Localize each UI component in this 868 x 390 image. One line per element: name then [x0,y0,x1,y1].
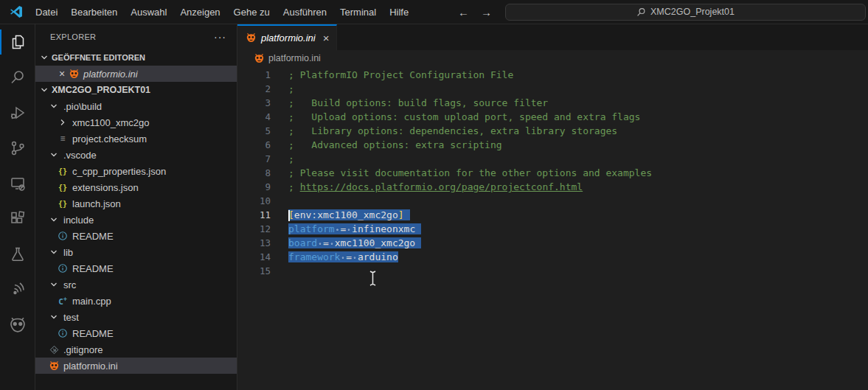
vscode-window: DateiBearbeitenAuswahlAnzeigenGehe zuAus… [0,0,868,390]
vscode-logo-icon [10,5,23,18]
code-line-8[interactable]: 8; Please visit documentation for the ot… [237,166,868,180]
line-content: ; Advanced options: extra scripting [288,138,502,152]
close-icon[interactable]: × [56,68,68,80]
tree-item-label: c_cpp_properties.json [72,166,166,177]
code-line-12[interactable]: 12platform = infineonxmc [237,222,868,236]
tree-item-readme[interactable]: README [35,325,237,341]
code-line-4[interactable]: 4; Upload options: custom upload port, s… [237,110,868,124]
tree-item-c-cpp-properties-json[interactable]: {}c_cpp_properties.json [35,163,237,179]
tab-close-icon[interactable]: × [323,32,330,44]
code-line-15[interactable]: 15 [237,264,868,278]
explorer-title: EXPLORER [50,32,96,41]
nav-forward-button[interactable]: → [475,6,498,18]
tab-label: platformio.ini [261,32,316,43]
tab-platformio-ini[interactable]: platformio.ini × [237,24,337,50]
tree-item-launch-json[interactable]: {}launch.json [35,195,237,212]
line-content: ; Please visit documentation for the oth… [288,166,652,180]
tree-item-project-checksum[interactable]: ≡project.checksum [35,130,237,147]
breadcrumb-file: platformio.ini [268,53,321,63]
espressif-icon [9,281,27,299]
tree-item-pio-build[interactable]: .pio\build [35,98,237,114]
tree-item-extensions-json[interactable]: {}extensions.json [35,179,237,195]
tree-item-gitignore[interactable]: .gitignore [35,341,237,358]
explorer-icon [9,33,27,51]
tree-item-label: launch.json [72,198,121,209]
tree-item-label: include [63,215,94,226]
line-content: framework = arduino [288,250,398,264]
code-line-10[interactable]: 10 [237,194,868,208]
line-number: 2 [237,82,271,96]
activity-platformio-button[interactable] [0,307,35,343]
open-editor-platformio-ini[interactable]: ×platformio.ini [35,66,237,82]
activity-espressif-button[interactable] [0,272,35,307]
menu-terminal[interactable]: Terminal [333,0,383,24]
chevron-down-icon [48,214,60,226]
activity-extensions-button[interactable] [0,201,35,237]
code-editor[interactable]: 1; PlatformIO Project Configuration File… [237,66,868,390]
tree-item-include[interactable]: include [35,212,237,228]
tree-item-platformio-ini[interactable]: platformio.ini [35,358,237,374]
line-number: 7 [237,152,271,166]
code-line-6[interactable]: 6; Advanced options: extra scripting [237,138,868,152]
tree-item-src[interactable]: src [35,276,237,293]
activity-remote-explorer-button[interactable] [0,166,35,201]
editor-group: platformio.ini × platformio.ini 1; Platf… [237,24,868,390]
line-content: ; Build options: build flags, source fil… [288,96,548,110]
code-line-13[interactable]: 13board = xmc1100_xmc2go [237,236,868,250]
breadcrumb[interactable]: platformio.ini [237,50,868,66]
code-line-11[interactable]: 11[env:xmc1100_xmc2go] [237,208,868,222]
menu-gehe-zu[interactable]: Gehe zu [227,0,277,24]
line-content: ; PlatformIO Project Configuration File [288,68,513,82]
tree-item-vscode[interactable]: .vscode [35,147,237,163]
activity-source-control-button[interactable] [0,130,35,166]
code-line-5[interactable]: 5; Library options: dependencies, extra … [237,124,868,138]
tree-item-lib[interactable]: lib [35,244,237,260]
activity-search-button[interactable] [0,60,35,95]
chevron-right-icon [57,116,69,128]
menu-bearbeiten[interactable]: Bearbeiten [64,0,124,24]
tree-item-main-cpp[interactable]: C+main.cpp [35,293,237,309]
activity-run-debug-button[interactable] [0,95,35,130]
project-root-header[interactable]: XMC2GO_PROJEKT01 [35,82,237,98]
braces-icon: {} [57,165,69,177]
menu-datei[interactable]: Datei [29,0,64,24]
tree-item-readme[interactable]: README [35,260,237,276]
tree-item-label: extensions.json [72,182,139,193]
platformio-icon [9,316,27,334]
menu-bar: DateiBearbeitenAuswahlAnzeigenGehe zuAus… [29,0,415,24]
activity-explorer-button[interactable] [0,24,35,60]
tree-item-label: .vscode [63,150,97,161]
menu-anzeigen[interactable]: Anzeigen [173,0,226,24]
open-editors-header[interactable]: GEÖFFNETE EDITOREN [35,49,237,66]
code-line-3[interactable]: 3; Build options: build flags, source fi… [237,96,868,110]
tree-item-readme[interactable]: README [35,228,237,244]
code-line-1[interactable]: 1; PlatformIO Project Configuration File [237,68,868,82]
line-content: ; Upload options: custom upload port, sp… [288,110,640,124]
nav-back-button[interactable]: ← [452,6,475,18]
menu-hilfe[interactable]: Hilfe [383,0,415,24]
line-content: ; https://docs.platformio.org/page/proje… [288,180,583,194]
menu-ausf-hren[interactable]: Ausführen [277,0,333,24]
extensions-icon [9,210,27,228]
tree-item-xmc1100-xmc2go[interactable]: xmc1100_xmc2go [35,114,237,130]
code-line-7[interactable]: 7; [237,152,868,166]
tree-item-label: .pio\build [63,101,102,112]
chevron-down-icon [48,279,60,290]
activity-testing-button[interactable] [0,237,35,272]
command-center-search[interactable]: XMC2GO_Projekt01 [505,4,866,21]
chevron-down-icon [38,84,50,96]
code-line-9[interactable]: 9; https://docs.platformio.org/page/proj… [237,180,868,194]
tree-item-test[interactable]: test [35,309,237,325]
line-number: 12 [237,222,271,236]
explorer-more-actions-button[interactable]: ··· [214,34,226,40]
code-line-2[interactable]: 2; [237,82,868,96]
tree-item-label: src [63,279,76,290]
info-icon [57,327,69,339]
tree-item-label: test [63,312,79,323]
tree-item-label: lib [63,247,73,258]
run-debug-icon [9,104,27,122]
code-line-14[interactable]: 14framework = arduino [237,250,868,264]
menu-auswahl[interactable]: Auswahl [124,0,173,24]
platformio-icon [68,68,80,80]
line-content: [env:xmc1100_xmc2go] [288,208,410,222]
